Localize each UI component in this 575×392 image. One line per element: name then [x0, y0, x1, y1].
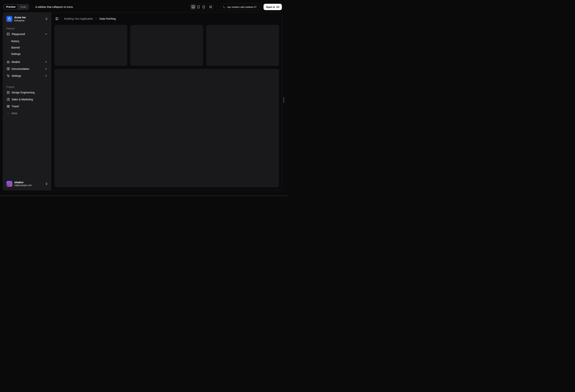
sidebar-item-settings[interactable]: Settings: [5, 73, 49, 79]
block-description: A sidebar that collapses to icons.: [35, 5, 73, 8]
open-in-label: Open in: [266, 6, 275, 8]
sidebar-toggle-button[interactable]: [54, 16, 60, 21]
sidebar-item-documentation[interactable]: Documentation: [5, 66, 49, 72]
open-in-v0-button[interactable]: Open in v0: [264, 4, 282, 10]
chevron-right-icon: [45, 74, 48, 77]
sidebar-subitem-history[interactable]: History: [8, 38, 49, 44]
install-command[interactable]: npx shadcn add sidebar-07: [220, 4, 259, 10]
fullscreen-button[interactable]: [208, 4, 213, 9]
user-email: m@example.com: [14, 184, 43, 187]
page-scrollbar-thumb[interactable]: [283, 97, 284, 103]
breadcrumb: Building Your Application Data Fetching: [64, 17, 116, 20]
breadcrumb-current: Data Fetching: [99, 17, 116, 20]
desktop-icon: [192, 5, 195, 8]
sidebar-item-sales-marketing[interactable]: Sales & Marketing: [5, 96, 49, 102]
chevron-down-icon: [45, 33, 48, 36]
ellipsis-icon: [7, 112, 10, 115]
placeholder-card: [130, 25, 203, 66]
team-switcher[interactable]: Acme Inc Enterprise: [5, 14, 49, 23]
fullscreen-icon: [209, 5, 212, 8]
team-plan: Enterprise: [14, 19, 43, 22]
block-preview-frame: Acme Inc Enterprise Platform Playground …: [3, 12, 282, 190]
next-section-edge: [0, 195, 288, 196]
app-sidebar: Acme Inc Enterprise Platform Playground …: [3, 13, 51, 190]
panel-left-icon: [55, 17, 58, 20]
main-panel: Building Your Application Data Fetching: [51, 13, 282, 190]
device-size-toggle-group: [190, 4, 214, 10]
sidebar-group-label-projects: Projects: [5, 85, 49, 89]
placeholder-card: [54, 25, 127, 66]
pie-chart-icon: [7, 98, 10, 101]
placeholder-cards-row: [54, 25, 279, 66]
team-logo: [6, 16, 12, 22]
book-open-icon: [7, 67, 10, 70]
playground-sub-menu: History Starred Settings: [8, 38, 49, 58]
sidebar-item-more[interactable]: More: [5, 110, 49, 116]
map-icon: [7, 105, 10, 108]
phone-icon: [202, 5, 205, 8]
user-menu[interactable]: shadcn m@example.com: [5, 179, 49, 189]
square-terminal-icon: [7, 33, 10, 36]
sidebar-item-models[interactable]: Models: [5, 59, 49, 65]
chevrons-up-down-icon: [45, 17, 48, 21]
toolbar-divider-2: [217, 5, 217, 9]
settings-icon: [7, 74, 10, 77]
tablet-icon: [197, 5, 200, 8]
v0-logo-icon: v0: [276, 5, 279, 8]
breadcrumb-parent[interactable]: Building Your Application: [64, 17, 93, 20]
sidebar-item-design-engineering[interactable]: Design Engineering: [5, 89, 49, 95]
device-group-separator: [207, 5, 207, 8]
frame-icon: [7, 91, 10, 94]
sidebar-item-travel[interactable]: Travel: [5, 103, 49, 109]
phone-view-button[interactable]: [201, 4, 206, 9]
sidebar-subitem-starred[interactable]: Starred: [8, 45, 49, 50]
terminal-icon: [223, 6, 225, 8]
sidebar-subitem-settings[interactable]: Settings: [8, 51, 49, 57]
view-toggle-group: Preview Code: [3, 4, 29, 10]
placeholder-panel: [54, 69, 279, 187]
tab-code[interactable]: Code: [18, 4, 28, 10]
sidebar-item-playground[interactable]: Playground: [5, 31, 49, 37]
team-name: Acme Inc: [14, 16, 43, 19]
tablet-view-button[interactable]: [196, 4, 201, 9]
bot-icon: [7, 61, 10, 64]
chevrons-up-down-icon: [45, 182, 48, 185]
header-divider: [61, 17, 62, 20]
block-toolbar: Preview Code A sidebar that collapses to…: [0, 0, 288, 12]
install-command-text: npx shadcn add sidebar-07: [227, 6, 257, 8]
user-name: shadcn: [14, 181, 43, 184]
main-content: [51, 25, 282, 190]
chevron-right-icon: [45, 61, 48, 64]
avatar: [6, 181, 12, 187]
chevron-right-icon: [95, 17, 97, 20]
chevron-right-icon: [45, 67, 48, 70]
placeholder-card: [206, 25, 279, 66]
sidebar-group-label-platform: Platform: [5, 26, 49, 31]
gallery-vertical-end-icon: [8, 17, 11, 21]
main-header: Building Your Application Data Fetching: [51, 13, 282, 25]
tab-preview[interactable]: Preview: [4, 4, 18, 10]
desktop-view-button[interactable]: [191, 4, 196, 9]
